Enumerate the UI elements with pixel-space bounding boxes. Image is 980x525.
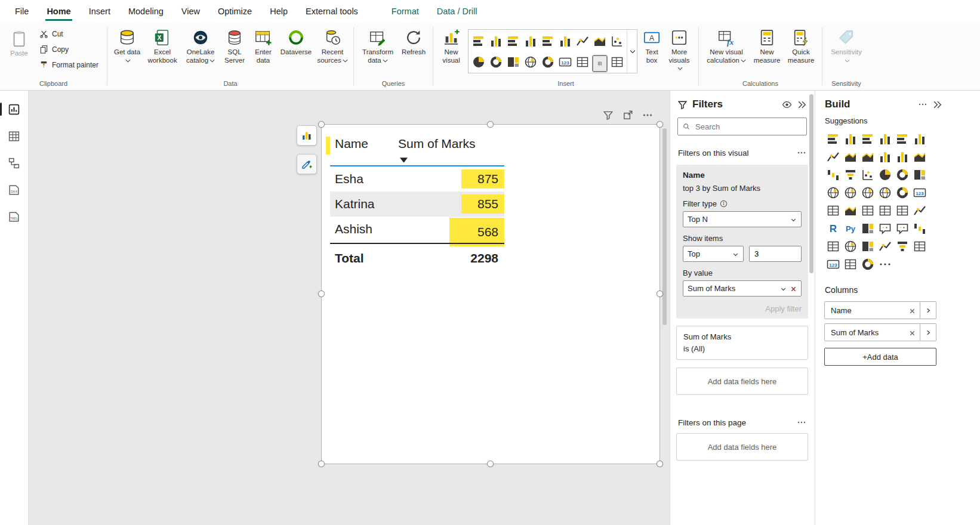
map-icon[interactable] [523, 55, 538, 69]
area-chart-icon[interactable] [593, 34, 607, 48]
matrix-icon[interactable] [610, 55, 624, 69]
table-row[interactable]: Ashish 568 [330, 217, 504, 242]
python-visual-icon[interactable]: Py [843, 221, 858, 236]
menu-insert[interactable]: Insert [80, 0, 119, 23]
goals-icon[interactable] [895, 239, 910, 254]
scatter-chart-icon[interactable] [861, 168, 875, 182]
dax-query-view-button[interactable]: DAX [5, 181, 23, 199]
filled-map-icon[interactable] [843, 186, 858, 200]
dataverse-button[interactable]: Dataverse [277, 26, 315, 59]
add-data-button[interactable]: +Add data [824, 348, 936, 366]
eye-icon[interactable] [782, 100, 792, 110]
table-visual[interactable]: Name Sum of Marks Esha 875 Katrina 855 A… [321, 124, 660, 464]
donut-chart-icon[interactable] [489, 55, 503, 69]
remove-field-icon[interactable] [790, 285, 797, 292]
filters-search[interactable] [677, 118, 807, 135]
resize-handle[interactable] [657, 291, 663, 297]
table-row[interactable]: Esha 875 [330, 166, 504, 192]
resize-handle[interactable] [487, 461, 494, 467]
qa-visual-icon[interactable] [878, 221, 892, 236]
text-box-button[interactable]: A Text box [640, 26, 664, 67]
apply-filter-button[interactable]: Apply filter [683, 304, 802, 313]
power-automate-icon[interactable] [878, 239, 892, 254]
sensitivity-button[interactable]: Sensitivity [826, 26, 867, 67]
gallery-dropdown-button[interactable] [627, 30, 637, 73]
reference-label-icon[interactable] [843, 257, 858, 271]
copy-button[interactable]: Copy [36, 44, 102, 55]
treemap-icon[interactable] [506, 55, 520, 69]
matrix-icon[interactable] [895, 203, 910, 218]
search-input[interactable] [694, 122, 802, 132]
stacked-bar-chart-icon[interactable] [826, 132, 840, 146]
on-object-build-button[interactable] [297, 125, 317, 146]
multi-row-card-icon[interactable] [826, 203, 840, 218]
funnel-chart-icon[interactable] [843, 168, 858, 182]
gauge-icon[interactable] [895, 186, 910, 200]
paginated-report-icon[interactable] [826, 239, 840, 254]
enter-data-button[interactable]: Enter data [249, 26, 277, 67]
section-more-options-icon[interactable] [797, 148, 806, 158]
tmdl-view-button[interactable]: TMDL [5, 208, 23, 226]
100-stacked-bar-chart-icon[interactable] [895, 132, 910, 146]
resize-handle[interactable] [318, 121, 325, 128]
show-items-count-input[interactable] [749, 246, 802, 262]
key-influencers-icon[interactable] [913, 203, 927, 218]
menu-format[interactable]: Format [383, 0, 428, 23]
section-more-options-icon[interactable] [797, 418, 806, 427]
refresh-button[interactable]: Refresh [398, 26, 429, 59]
scorecard-icon[interactable] [913, 239, 927, 254]
paste-button[interactable]: Paste [8, 27, 30, 60]
resize-handle[interactable] [318, 291, 325, 297]
filter-type-select[interactable]: Top N [683, 211, 802, 227]
field-expand-button[interactable] [920, 323, 936, 341]
field-expand-button[interactable] [920, 301, 936, 319]
show-items-mode-select[interactable]: Top [683, 246, 744, 262]
visual-scrollbar[interactable] [662, 128, 667, 325]
onelake-catalog-button[interactable]: OneLake catalog [181, 26, 220, 67]
arcgis-map-icon[interactable] [843, 239, 858, 254]
azure-map-icon[interactable] [878, 186, 892, 200]
menu-file[interactable]: File [6, 0, 38, 23]
100-stacked-column-chart-icon[interactable] [558, 34, 572, 48]
clustered-column-chart-icon[interactable] [523, 34, 538, 48]
line-chart-icon[interactable] [826, 150, 840, 164]
marks-filter-card[interactable]: Sum of Marks is (All) [676, 326, 808, 360]
smart-narrative-icon[interactable] [895, 221, 910, 236]
get-more-visuals-icon[interactable] [861, 257, 875, 271]
new-measure-button[interactable]: New measure [750, 26, 784, 67]
slicer-icon[interactable] [861, 203, 875, 218]
stacked-column-chart-icon[interactable] [489, 34, 503, 48]
get-data-button[interactable]: Get data [111, 26, 143, 67]
excel-workbook-button[interactable]: X Excel workbook [143, 26, 181, 67]
model-view-button[interactable] [5, 154, 23, 172]
quick-measure-button[interactable]: Quick measure [784, 26, 818, 67]
menu-home[interactable]: Home [38, 0, 79, 23]
menu-optimize[interactable]: Optimize [209, 0, 261, 23]
menu-help[interactable]: Help [261, 0, 297, 23]
new-visual-button[interactable]: New visual [437, 26, 466, 67]
line-and-stacked-column-chart-icon[interactable] [878, 150, 892, 164]
stacked-bar-chart-icon[interactable] [471, 34, 486, 48]
100-stacked-bar-chart-icon[interactable] [541, 34, 555, 48]
shape-map-icon[interactable] [861, 186, 875, 200]
pie-chart-icon[interactable] [471, 55, 486, 69]
collapse-pane-icon[interactable] [932, 100, 942, 110]
clustered-column-chart-icon[interactable] [878, 132, 892, 146]
waterfall-chart-icon[interactable] [826, 168, 840, 182]
more-visuals-button[interactable]: More visuals [664, 26, 695, 75]
field-pill[interactable]: Sum of Marks [824, 323, 920, 341]
column-header-marks[interactable]: Sum of Marks [398, 137, 476, 151]
100-stacked-column-chart-icon[interactable] [913, 132, 927, 146]
area-chart-icon[interactable] [843, 150, 858, 164]
treemap-icon[interactable] [913, 168, 927, 182]
power-apps-icon[interactable] [861, 239, 875, 254]
clustered-bar-chart-icon[interactable] [506, 34, 520, 48]
line-and-clustered-column-chart-icon[interactable] [895, 150, 910, 164]
collapse-pane-icon[interactable] [797, 100, 807, 110]
format-painter-button[interactable]: Format painter [36, 59, 102, 70]
add-data-fields-dropzone[interactable]: Add data fields here [676, 433, 808, 461]
map-icon[interactable] [826, 186, 840, 200]
menu-view[interactable]: View [172, 0, 209, 23]
filters-pane-scrollbar[interactable] [809, 94, 813, 273]
by-value-field-combo[interactable]: Sum of Marks [683, 280, 802, 297]
